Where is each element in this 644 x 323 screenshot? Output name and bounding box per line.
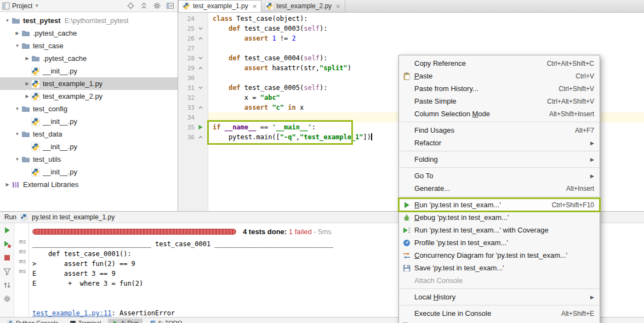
menu-item-copy-reference[interactable]: Copy ReferenceCtrl+Alt+Shift+C — [399, 57, 600, 70]
tree-item-test-example-2-py[interactable]: ▶test_example_2.py — [0, 90, 178, 103]
python-icon — [31, 143, 40, 151]
collapse-all-icon[interactable] — [140, 2, 148, 10]
menu-icon-spacer — [402, 97, 411, 106]
editor-tab-test-example-2-py[interactable]: test_example_2.py× — [261, 0, 345, 12]
run-session-title[interactable]: py.test in test_example_1.py — [32, 213, 115, 221]
tab-close-icon[interactable]: × — [253, 3, 257, 10]
chevron-collapsed-icon[interactable]: ▶ — [23, 81, 31, 86]
settings-small-icon[interactable] — [3, 294, 12, 303]
tree-item-init-py[interactable]: __init__.py — [0, 115, 178, 128]
save-icon — [402, 264, 411, 273]
run-line-icon[interactable] — [196, 123, 205, 131]
fold-start-icon[interactable] — [196, 25, 205, 32]
menu-item-compare-with-clipboard[interactable]: Compare with Clipboard — [399, 320, 600, 323]
menu-item-run-py-test-in-test-exam[interactable]: Run 'py.test in test_exam...'Ctrl+Shift+… — [399, 199, 600, 211]
gutter-spacer — [196, 74, 205, 82]
scroll-from-source-icon[interactable] — [127, 2, 135, 10]
statusbar-tab-6-todo[interactable]: 6: TODO — [146, 319, 186, 323]
tree-item-pytest-cache[interactable]: ▶.pytest_cache — [0, 27, 178, 39]
code-token: "abc" — [260, 94, 280, 101]
statusbar-tab-python-console[interactable]: Python Console — [3, 319, 62, 323]
code-line-26[interactable]: assert 1 != 2 — [208, 33, 644, 43]
fold-end-icon[interactable] — [196, 35, 205, 42]
code-token — [213, 64, 244, 72]
tree-item-test-pytest[interactable]: ▼test_pytestE:\python\test_pytest — [0, 14, 178, 27]
menu-item-generate[interactable]: Generate...Alt+Insert — [399, 182, 600, 195]
editor-tab-test-example-1-py[interactable]: test_example_1.py× — [178, 0, 261, 12]
code-line-27[interactable] — [208, 43, 644, 53]
menu-item-find-usages[interactable]: Find UsagesAlt+F7 — [399, 124, 600, 137]
menu-item-save-py-test-in-test-exam[interactable]: Save 'py.test in test_exam...' — [399, 262, 600, 274]
menu-item-folding[interactable]: Folding▶ — [399, 153, 600, 166]
code-token: != — [276, 35, 292, 42]
statusbar-tab-terminal[interactable]: Terminal — [66, 319, 105, 323]
hide-panel-icon[interactable] — [166, 2, 174, 10]
chevron-down-icon[interactable]: ▼ — [35, 3, 39, 8]
menu-item-concurrency-diagram-for-py-test-in-test-exam[interactable]: Concurrency Diagram for 'py.test in test… — [399, 249, 600, 262]
settings-icon[interactable] — [153, 2, 161, 10]
code-token: ]) — [363, 133, 371, 141]
tree-item-init-py[interactable]: __init__.py — [0, 65, 178, 77]
tree-item-test-example-1-py[interactable]: ▶test_example_1.py — [0, 77, 178, 90]
sort-icon[interactable] — [3, 281, 12, 290]
chevron-expanded-icon[interactable]: ▼ — [13, 43, 21, 48]
code-line-25[interactable]: def test_case_0003(self): — [208, 24, 644, 33]
folder-icon — [21, 155, 30, 164]
tab-label: test_example_1.py — [193, 2, 248, 10]
menu-item-execute-line-in-console[interactable]: Execute Line in ConsoleAlt+Shift+E — [399, 307, 600, 320]
code-token: test_case_0005( — [244, 84, 304, 92]
gutter-line: 25 — [178, 24, 208, 33]
chevron-collapsed-icon[interactable]: ▶ — [23, 94, 31, 99]
menu-item-debug-py-test-in-test-exam[interactable]: Debug 'py.test in test_exam...' — [399, 211, 600, 224]
tree-item-test-case[interactable]: ▼test_case — [0, 39, 178, 52]
console-file-link[interactable]: test_example_1.py:11 — [32, 309, 112, 317]
tree-item-label: test_config — [33, 105, 67, 113]
statusbar-tab-4-run[interactable]: 4: Run — [108, 319, 142, 323]
chevron-collapsed-icon[interactable]: ▶ — [3, 182, 12, 187]
code-line-24[interactable]: class Test_case(object): — [208, 14, 644, 24]
gutter-line: 34 — [178, 112, 208, 122]
chevron-collapsed-icon[interactable]: ▶ — [13, 31, 21, 36]
tree-item-init-py[interactable]: __init__.py — [0, 166, 178, 178]
menu-item-refactor[interactable]: Refactor▶ — [399, 137, 600, 149]
fold-end-icon[interactable] — [196, 104, 205, 111]
menu-item-profile-py-test-in-test-exam[interactable]: Profile 'py.test in test_exam...' — [399, 236, 600, 249]
gutter-line: 28 — [178, 53, 208, 63]
tree-item-init-py[interactable]: __init__.py — [0, 140, 178, 153]
stop-icon[interactable] — [3, 253, 12, 262]
tree-item-pytest-cache[interactable]: ▶.pytest_cache — [0, 52, 178, 65]
tree-item-test-utils[interactable]: ▼test_utils — [0, 153, 178, 166]
fold-end-icon[interactable] — [196, 64, 205, 72]
chevron-expanded-icon[interactable]: ▼ — [13, 106, 21, 111]
menu-item-label: Execute Line in Console — [414, 309, 491, 318]
tree-item-external-libraries[interactable]: ▶External Libraries — [0, 178, 178, 191]
chevron-expanded-icon[interactable]: ▼ — [3, 18, 12, 23]
menu-item-paste-simple[interactable]: Paste SimpleCtrl+Alt+Shift+V — [399, 95, 600, 107]
chevron-collapsed-icon[interactable]: ▶ — [23, 56, 31, 61]
rerun-failed-icon[interactable] — [3, 240, 12, 248]
project-panel-title[interactable]: Project — [12, 2, 32, 10]
menu-icon-spacer — [402, 184, 411, 193]
test-durations-column: msmsmsms — [14, 223, 29, 317]
menu-item-column-selection-mode[interactable]: Column Selection ModeAlt+Shift+Insert — [399, 107, 600, 120]
line-number: 30 — [178, 75, 195, 82]
menu-separator — [400, 122, 599, 122]
menu-item-go-to[interactable]: Go To▶ — [399, 169, 600, 182]
tree-item-test-config[interactable]: ▼test_config — [0, 103, 178, 115]
menu-item-local-history[interactable]: Local History▶ — [399, 291, 600, 303]
chevron-expanded-icon[interactable]: ▼ — [13, 157, 21, 162]
folder-icon — [21, 105, 30, 114]
menu-item-run-py-test-in-test-exam-with-coverage[interactable]: Run 'py.test in test_exam...' with Cover… — [399, 224, 600, 236]
tab-close-icon[interactable]: × — [336, 3, 340, 10]
fold-end-icon[interactable] — [196, 133, 205, 141]
fold-start-icon[interactable] — [196, 54, 205, 62]
chevron-expanded-icon[interactable]: ▼ — [13, 132, 21, 137]
menu-item-label: Refactor — [414, 139, 441, 147]
rerun-icon[interactable] — [3, 226, 12, 235]
menu-item-paste[interactable]: PasteCtrl+V — [399, 70, 600, 82]
line-number: 35 — [178, 124, 195, 131]
fold-start-icon[interactable] — [196, 84, 205, 92]
filter-passed-icon[interactable] — [3, 267, 12, 276]
menu-item-paste-from-history[interactable]: Paste from History...Ctrl+Shift+V — [399, 82, 600, 95]
tree-item-test-data[interactable]: ▼test_data — [0, 128, 178, 140]
